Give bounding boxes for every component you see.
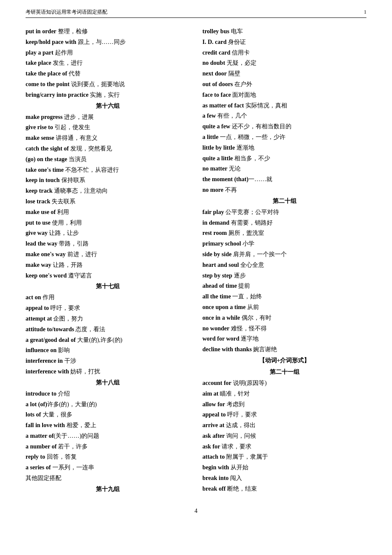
entry-definition: 使用，利用 xyxy=(50,220,82,226)
entry-definition: 当演员 xyxy=(67,156,87,162)
entry-term: arrive at xyxy=(202,422,225,428)
entry-term: little by little xyxy=(202,145,235,151)
entry-definition: 瞄准，针对 xyxy=(219,390,250,397)
entry-definition: 发现，突然看见 xyxy=(69,145,112,152)
page-header: 考研英语知识运用常考词语固定搭配 1 xyxy=(26,9,366,18)
entry-term: come to the point xyxy=(26,81,69,87)
entry-definition: 大量，很多 xyxy=(41,411,72,418)
entry-term: heart and soul xyxy=(202,262,239,268)
entry-term: take one's time xyxy=(26,167,63,173)
entry-definition: 有些，几个 xyxy=(216,113,248,119)
list-item: no doubt 无疑，必定 xyxy=(202,58,366,68)
list-item: ask for 请求，要求 xyxy=(202,442,366,452)
entry-definition: (关于……)的问题 xyxy=(54,433,99,439)
entry-term: keep one's word xyxy=(26,272,66,279)
list-item: lead the way 带路，引路 xyxy=(26,239,190,249)
entry-term: step by step xyxy=(202,272,232,279)
list-item: put to use 使用，利用 xyxy=(26,218,190,228)
list-item: no more 不再 xyxy=(202,185,366,195)
entry-definition: 身份证 xyxy=(227,39,246,45)
list-item: break into 闯入 xyxy=(202,473,366,483)
entry-definition: 公平竞赛；公平对待 xyxy=(224,209,280,215)
section-title: 第十六组 xyxy=(26,102,190,110)
list-item: as matter of fact 实际情况，真相 xyxy=(202,101,366,111)
entry-definition: 断绝，结束 xyxy=(226,486,257,492)
entry-term: out of doors xyxy=(202,81,233,87)
header-page: 1 xyxy=(364,9,366,15)
list-item: break off 断绝，结束 xyxy=(202,484,366,494)
entry-term: a matter of xyxy=(26,433,54,439)
entry-definition: 让路，开路 xyxy=(51,262,83,268)
list-item: come to the point 说到要点，扼要地说 xyxy=(26,79,190,90)
entry-definition: 态度，看法 xyxy=(74,326,106,332)
entry-definition: 企图，努力 xyxy=(52,315,84,322)
entry-term: bring/carry into practice xyxy=(26,92,89,98)
list-item: little by little 逐渐地 xyxy=(202,143,366,153)
entry-term: ask after xyxy=(202,433,225,439)
list-item: once in a while 偶尔，有时 xyxy=(202,313,366,323)
entry-definition: 从前 xyxy=(246,304,259,310)
list-item: attitude to/towards 态度，看法 xyxy=(26,324,190,335)
entry-definition: 隔壁 xyxy=(227,70,240,77)
entry-term: account for xyxy=(202,380,231,386)
list-item: face to face 面对面地 xyxy=(202,90,366,100)
entry-term: fall in love with xyxy=(26,422,65,428)
entry-term: reply to xyxy=(26,454,45,460)
entry-definition: 说明(原因等) xyxy=(231,380,267,386)
entry-term: appeal to xyxy=(202,411,226,418)
list-item: a few 有些，几个 xyxy=(202,111,366,121)
list-item: play a part 起作用 xyxy=(26,48,190,58)
entry-definition: 代替 xyxy=(67,70,81,77)
entry-term: play a part xyxy=(26,49,53,56)
entry-term: lose track xyxy=(26,198,50,205)
entry-term: face to face xyxy=(202,92,231,98)
entry-definition: 达成，得出 xyxy=(225,422,256,428)
list-item: word for word 逐字地 xyxy=(202,334,366,344)
entry-term: keep in touch xyxy=(26,177,60,183)
entry-term: make sense xyxy=(26,135,54,141)
entry-definition: 考虑到 xyxy=(225,401,245,408)
entry-term: keep track xyxy=(26,188,52,194)
list-item: side by side 肩并肩，一个挨一个 xyxy=(202,249,366,260)
entry-term: make use of xyxy=(26,209,56,215)
entry-definition: 讲得通，有意义 xyxy=(54,135,98,141)
entry-term: next door xyxy=(202,70,227,77)
list-item: attach to 附属于，隶属于 xyxy=(202,452,366,462)
entry-term: the moment (that) xyxy=(202,176,248,182)
section-title: 第十九组 xyxy=(26,486,190,493)
list-item: ahead of time 提前 xyxy=(202,281,366,291)
list-item: ask after 询问，问候 xyxy=(202,431,366,441)
entry-term: break off xyxy=(202,486,226,492)
entry-definition: 前进，进行 xyxy=(66,251,97,257)
entry-term: no more xyxy=(202,187,223,193)
list-item: a lot (of)许多(的)，大量(的) xyxy=(26,399,190,410)
entry-definition: 起作用 xyxy=(53,49,73,56)
entry-definition: 一系列，一连串 xyxy=(51,464,94,471)
entry-definition: 利用 xyxy=(56,209,69,215)
list-item: the moment (that)一……就 xyxy=(202,174,366,185)
entry-definition: 许多(的)，大量(的) xyxy=(47,401,97,408)
entry-term: interference in xyxy=(26,358,63,364)
entry-definition: 从开始 xyxy=(229,464,249,471)
list-item: make progress 进步，进展 xyxy=(26,112,190,122)
list-item: a little 一点，稍微，一些，少许 xyxy=(202,132,366,142)
entry-term: aim at xyxy=(202,390,219,397)
list-item: step by step 逐步 xyxy=(202,271,366,281)
entry-term: a great/good deal of xyxy=(26,337,76,343)
entry-term: introduce to xyxy=(26,390,56,397)
list-item: make way 让路，开路 xyxy=(26,260,190,270)
entry-definition: 有需要，销路好 xyxy=(229,220,273,226)
entry-term: no matter xyxy=(202,165,228,172)
entry-definition: 大量(的),许多(的) xyxy=(76,337,123,343)
list-item: appeal to 呼吁，要求 xyxy=(202,410,366,420)
list-item: keep/hold pace with 跟上，与……同步 xyxy=(26,37,190,47)
entry-definition: 逐渐地 xyxy=(235,145,254,151)
list-item: no matter 无论 xyxy=(202,164,366,174)
entry-term: a few xyxy=(202,113,216,119)
entry-definition: 干涉 xyxy=(63,358,76,364)
page: 考研英语知识运用常考词语固定搭配 1 put in order 整理，检修kee… xyxy=(0,0,392,555)
entry-definition: 呼吁，要求 xyxy=(49,305,81,311)
list-item: take place 发生，进行 xyxy=(26,58,190,68)
entry-term: break into xyxy=(202,475,229,481)
list-item: no wonder 难怪，怪不得 xyxy=(202,324,366,334)
